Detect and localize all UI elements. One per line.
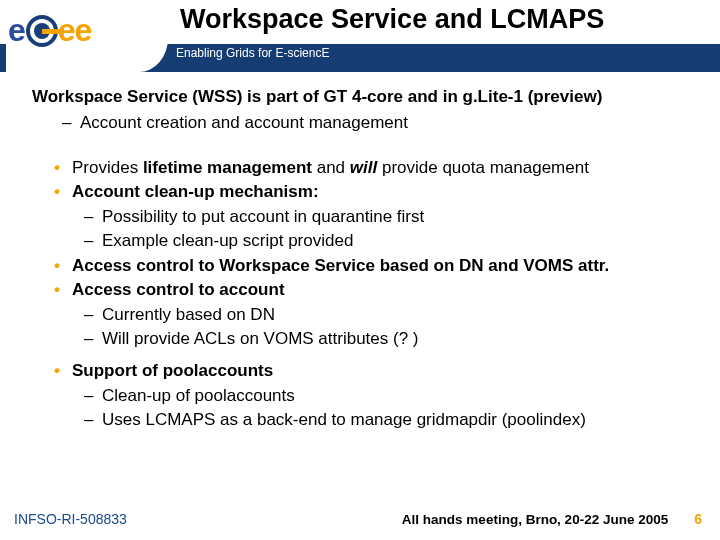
slide-tagline: Enabling Grids for E-sciencE <box>176 46 329 60</box>
bullet-access-wss: Access control to Workspace Service base… <box>54 255 696 277</box>
sub-example-script: Example clean-up script provided <box>54 230 696 252</box>
sub-acls: Will provide ACLs on VOMS attributes (? … <box>54 328 696 350</box>
b1-post: provide quota management <box>377 158 589 177</box>
intro-prefix: Workspace Service (WSS) is part of GT <box>32 87 347 106</box>
sub-lcmaps: Uses LCMAPS as a back-end to manage grid… <box>54 409 696 431</box>
b1-strong: lifetime management <box>143 158 312 177</box>
intro-rest: -core and in g.Lite-1 (preview) <box>361 87 602 106</box>
logo-letter-e: e <box>8 12 26 49</box>
logo-container: e ee <box>6 4 168 72</box>
b1-mid: and <box>312 158 350 177</box>
content-area: Workspace Service (WSS) is part of GT 4-… <box>0 72 720 432</box>
intro-line: Workspace Service (WSS) is part of GT 4-… <box>32 86 696 108</box>
sub-dn: Currently based on DN <box>54 304 696 326</box>
bullet-list: Provides lifetime management and will pr… <box>32 157 696 432</box>
page-number: 6 <box>694 511 702 527</box>
bullet-poolaccounts: Support of poolaccounts <box>54 360 696 382</box>
bullet-lifetime: Provides lifetime management and will pr… <box>54 157 696 179</box>
header: e ee Workspace Service and LCMAPS Enabli… <box>0 0 720 72</box>
b1-will: will <box>350 158 377 177</box>
logo-globe-icon <box>26 15 58 47</box>
sub-pool-cleanup: Clean-up of poolaccounts <box>54 385 696 407</box>
footer-meeting: All hands meeting, Brno, 20-22 June 2005 <box>402 512 668 527</box>
footer-right-group: All hands meeting, Brno, 20-22 June 2005… <box>402 511 702 527</box>
slide-title: Workspace Service and LCMAPS <box>180 4 714 35</box>
egee-logo: e ee <box>8 12 168 49</box>
footer: INFSO-RI-508833 All hands meeting, Brno,… <box>0 508 720 530</box>
footer-ref: INFSO-RI-508833 <box>14 511 127 527</box>
sub-quarantine: Possibility to put account in quarantine… <box>54 206 696 228</box>
bullet-cleanup: Account clean-up mechanism: <box>54 181 696 203</box>
b1-pre: Provides <box>72 158 143 177</box>
intro-sub: Account creation and account management <box>32 112 696 134</box>
bullet-access-account: Access control to account <box>54 279 696 301</box>
